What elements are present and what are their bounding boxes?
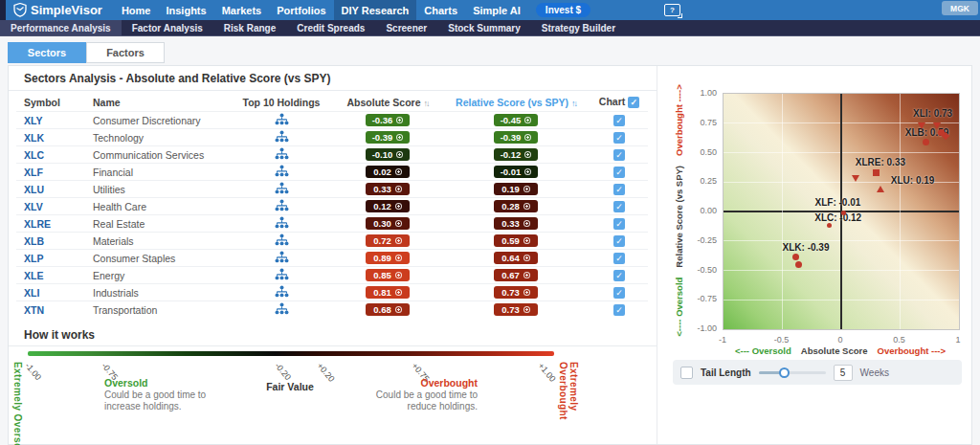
col-relative-score[interactable]: Relative Score (vs SPY) ↑↓	[441, 92, 590, 112]
relative-score-badge[interactable]: 0.19	[494, 183, 538, 195]
holdings-icon[interactable]	[275, 113, 289, 125]
symbol-cell[interactable]: XLU	[16, 181, 85, 198]
relative-score-badge[interactable]: 0.28	[494, 200, 538, 212]
chart-row-checkbox[interactable]: ✓	[613, 304, 625, 316]
brand-logo[interactable]: SimpleVisor	[13, 3, 102, 17]
sort-icon-relative[interactable]: ↑↓	[571, 99, 576, 108]
symbol-cell[interactable]: XLV	[16, 198, 85, 215]
chart-point-xlc[interactable]	[827, 223, 832, 228]
nav-item-diy-research[interactable]: DIY Research	[334, 0, 417, 20]
holdings-icon[interactable]	[275, 251, 289, 263]
holdings-icon[interactable]	[275, 165, 289, 177]
chart-row-checkbox[interactable]: ✓	[613, 132, 625, 144]
holdings-icon[interactable]	[275, 182, 289, 194]
subnav-item-credit-spreads[interactable]: Credit Spreads	[286, 20, 375, 35]
absolute-score-badge[interactable]: -0.36	[366, 114, 410, 126]
chart-row-checkbox[interactable]: ✓	[613, 149, 625, 161]
holdings-icon[interactable]	[275, 147, 289, 160]
symbol-cell[interactable]: XLI	[16, 284, 85, 301]
chart-row-checkbox[interactable]: ✓	[613, 218, 625, 230]
relative-score-badge[interactable]: -0.45	[494, 114, 538, 126]
absolute-score-badge[interactable]: 0.33	[366, 183, 410, 195]
symbol-cell[interactable]: XLK	[16, 129, 85, 146]
subnav-item-factor-analysis[interactable]: Factor Analysis	[122, 20, 213, 35]
chart-point-xlv[interactable]	[852, 175, 859, 182]
relative-score-badge[interactable]: -0.39	[494, 131, 538, 144]
holdings-icon[interactable]	[275, 268, 289, 280]
holdings-icon[interactable]	[275, 302, 289, 315]
absolute-score-badge[interactable]: 0.68	[366, 303, 410, 316]
symbol-cell[interactable]: XLB	[16, 233, 85, 250]
holdings-icon[interactable]	[275, 285, 289, 298]
chart-point-xlf[interactable]	[841, 211, 846, 215]
tail-length-input[interactable]	[834, 365, 853, 381]
chart-row-checkbox[interactable]: ✓	[613, 167, 625, 178]
subnav-item-screener[interactable]: Screener	[375, 20, 437, 35]
tail-length-checkbox[interactable]	[680, 367, 693, 379]
col-absolute-score[interactable]: Absolute Score ↑↓	[334, 92, 441, 112]
relative-score-badge[interactable]: 0.73	[494, 286, 538, 299]
nav-item-simple-ai[interactable]: Simple AI	[465, 0, 528, 20]
absolute-score-badge[interactable]: 0.85	[366, 269, 410, 281]
absolute-score-badge[interactable]: 0.89	[366, 252, 410, 264]
absolute-score-badge[interactable]: 0.72	[366, 234, 410, 247]
absolute-score-badge[interactable]: -0.10	[366, 148, 410, 161]
chart-row-checkbox[interactable]: ✓	[613, 235, 625, 247]
absolute-score-badge[interactable]: -0.39	[366, 131, 410, 144]
holdings-icon[interactable]	[275, 234, 289, 246]
absolute-score-badge[interactable]: 0.02	[366, 166, 410, 178]
holdings-icon[interactable]	[275, 199, 289, 211]
nav-item-insights[interactable]: Insights	[158, 0, 213, 20]
relative-score-badge[interactable]: 0.33	[494, 217, 538, 230]
chart-point-xli[interactable]	[933, 122, 941, 129]
tail-length-slider[interactable]	[759, 367, 826, 378]
symbol-cell[interactable]: XLY	[16, 112, 85, 129]
chart-row-checkbox[interactable]: ✓	[613, 115, 625, 126]
chart-point-xly[interactable]	[795, 261, 802, 268]
slider-knob[interactable]	[779, 367, 790, 378]
symbol-cell[interactable]: XTN	[16, 301, 85, 319]
help-icon[interactable]: ?	[664, 4, 680, 16]
relative-score-badge[interactable]: -0.12	[494, 148, 538, 161]
chart-point-xlre[interactable]	[873, 169, 880, 176]
symbol-cell[interactable]: XLE	[16, 267, 85, 284]
relative-score-badge[interactable]: 0.64	[494, 252, 538, 264]
chart-all-checkbox[interactable]: ✓	[628, 97, 639, 108]
holdings-cell	[229, 301, 334, 319]
nav-item-markets[interactable]: Markets	[214, 0, 270, 20]
chart-row-checkbox[interactable]: ✓	[613, 270, 625, 281]
absolute-score-badge[interactable]: 0.30	[366, 217, 410, 230]
chart-row-checkbox[interactable]: ✓	[613, 253, 625, 264]
subnav-item-strategy-builder[interactable]: Strategy Builder	[531, 20, 626, 35]
tab-factors[interactable]: Factors	[86, 42, 165, 63]
chart-row-checkbox[interactable]: ✓	[613, 287, 625, 299]
chart-point-xlb[interactable]	[923, 139, 929, 145]
symbol-cell[interactable]: XLP	[16, 250, 85, 267]
nav-item-portfolios[interactable]: Portfolios	[269, 0, 333, 20]
nav-item-charts[interactable]: Charts	[416, 0, 465, 20]
absolute-score-badge[interactable]: 0.12	[366, 200, 410, 212]
holdings-icon[interactable]	[275, 216, 289, 229]
relative-score-badge[interactable]: 0.73	[494, 303, 538, 316]
symbol-cell[interactable]: XLF	[16, 164, 85, 181]
subnav-item-risk-range[interactable]: Risk Range	[213, 20, 286, 35]
subnav-item-performance-analysis[interactable]: Performance Analysis	[0, 20, 122, 35]
holdings-icon[interactable]	[275, 130, 289, 143]
nav-item-home[interactable]: Home	[114, 0, 159, 20]
absolute-score-badge[interactable]: 0.81	[366, 286, 410, 299]
sort-icon-absolute[interactable]: ↑↓	[423, 99, 428, 108]
user-badge[interactable]: MGK	[942, 1, 978, 15]
relative-score-badge[interactable]: 0.59	[494, 234, 538, 247]
relative-score-badge[interactable]: 0.67	[494, 269, 538, 281]
invest-button[interactable]: Invest $	[536, 3, 590, 17]
symbol-cell[interactable]: XLRE	[16, 215, 85, 233]
chart-point-xlu[interactable]	[877, 186, 884, 192]
symbol-cell[interactable]: XLC	[16, 146, 85, 164]
chart-row-checkbox[interactable]: ✓	[613, 201, 625, 212]
chart-row-checkbox[interactable]: ✓	[613, 184, 625, 195]
tab-sectors[interactable]: Sectors	[8, 42, 86, 63]
relative-score-badge[interactable]: -0.01	[494, 166, 538, 178]
chart-point-xtn[interactable]	[918, 122, 925, 129]
chart-point-xlk[interactable]	[792, 254, 799, 260]
subnav-item-stock-summary[interactable]: Stock Summary	[437, 20, 531, 35]
